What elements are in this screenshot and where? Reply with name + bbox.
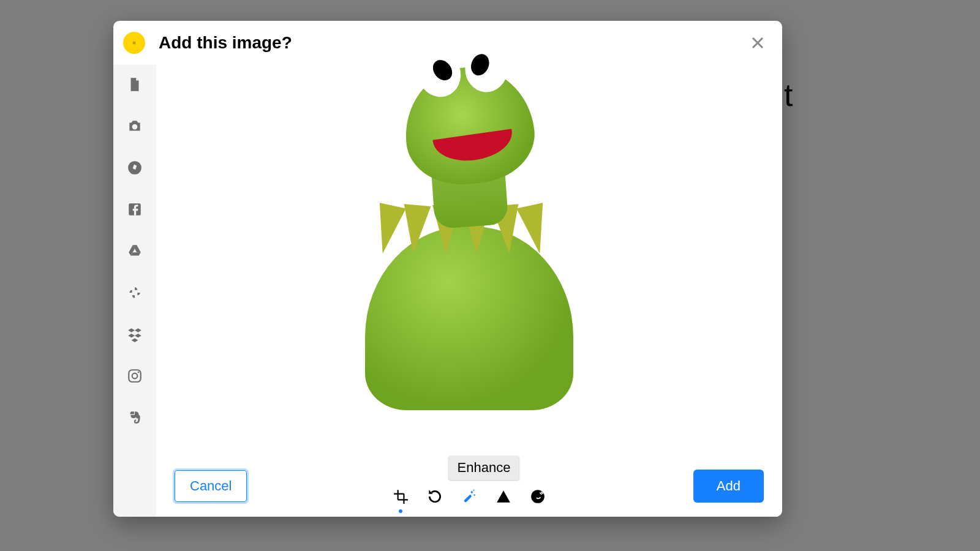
svg-point-0 (132, 124, 138, 130)
crop-icon (393, 489, 409, 504)
sidebar-source-google-drive[interactable] (126, 242, 143, 260)
sidebar-source-dropbox[interactable] (126, 326, 143, 343)
main-panel: Cancel Enhance (156, 65, 782, 517)
close-button[interactable] (745, 31, 770, 55)
modal-footer: Cancel Enhance (156, 455, 782, 517)
google-drive-icon (127, 243, 143, 259)
compass-icon (127, 160, 143, 176)
preview-image-content (353, 67, 586, 410)
cancel-button[interactable]: Cancel (175, 470, 247, 502)
add-image-modal: Add this image? (113, 21, 782, 517)
file-icon (127, 77, 143, 92)
tool-rotate[interactable] (426, 487, 444, 506)
add-button[interactable]: Add (693, 470, 764, 503)
background-text-fragment: t (784, 77, 793, 113)
tool-tooltip: Enhance (449, 455, 519, 480)
edit-toolbar (391, 487, 547, 506)
sidebar-source-evernote[interactable] (126, 409, 143, 426)
sidebar-source-instagram[interactable] (126, 367, 143, 384)
alt-text-icon (530, 489, 546, 504)
svg-point-5 (138, 372, 140, 373)
tool-filters[interactable] (494, 487, 513, 506)
close-icon (750, 36, 765, 50)
enhance-icon (461, 489, 477, 504)
sidebar-source-camera[interactable] (126, 118, 143, 135)
evernote-icon (127, 410, 143, 425)
facebook-icon (127, 201, 143, 217)
modal-body: Cancel Enhance (113, 65, 782, 517)
tool-crop[interactable] (391, 487, 410, 506)
tool-alt-text[interactable] (529, 487, 547, 506)
svg-rect-6 (464, 494, 472, 503)
svg-point-4 (132, 373, 138, 379)
sidebar-source-google-photos[interactable] (126, 284, 143, 301)
app-logo-icon (123, 32, 145, 54)
tool-enhance[interactable] (460, 487, 478, 506)
camera-icon (127, 118, 143, 134)
rotate-icon (427, 489, 443, 504)
pinwheel-icon (127, 285, 143, 301)
sidebar-source-file[interactable] (126, 76, 143, 93)
image-preview (156, 65, 782, 455)
source-sidebar (113, 65, 156, 517)
dropbox-icon (127, 326, 143, 342)
sidebar-source-facebook[interactable] (126, 201, 143, 218)
filters-icon (496, 489, 511, 504)
modal-title: Add this image? (159, 33, 745, 53)
instagram-icon (127, 368, 143, 384)
sidebar-source-websearch[interactable] (126, 159, 143, 176)
